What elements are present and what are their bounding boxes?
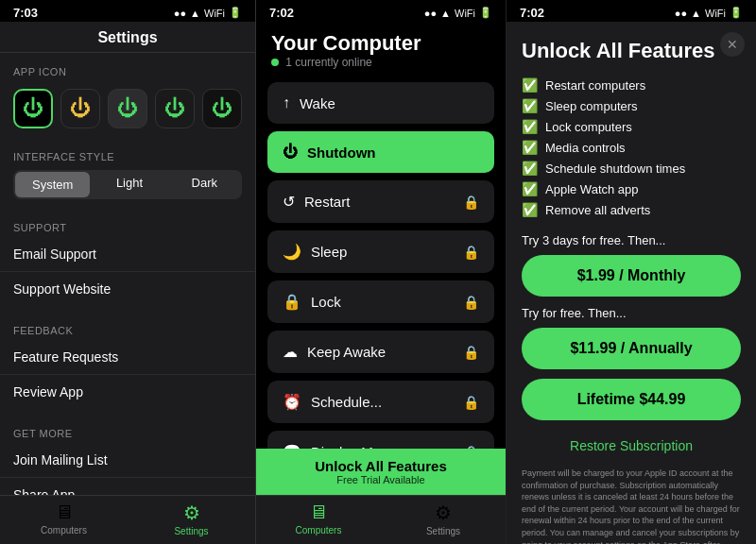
tab-settings-1[interactable]: ⚙ Settings	[128, 502, 255, 536]
settings-tab-bar: 🖥 Computers ⚙ Settings	[0, 495, 255, 544]
shutdown-label: Shutdown	[307, 144, 375, 161]
annually-price-label: $11.99 / Annually	[570, 340, 692, 356]
tab-computers-label-2: Computers	[296, 525, 342, 536]
feature-sleep: ✅ Sleep computers	[522, 95, 741, 116]
status-bar-1: 7:03 ●● ▲ WiFi 🔋	[0, 0, 255, 22]
feature-media-label: Media controls	[545, 141, 626, 155]
wake-label: Wake	[300, 95, 335, 111]
settings-panel: 7:03 ●● ▲ WiFi 🔋 Settings APP ICON ⏻ ⏻ ⏻…	[0, 0, 256, 544]
feature-media: ✅ Media controls	[522, 137, 741, 158]
check-icon-1: ✅	[522, 77, 538, 93]
interface-style-label: INTERFACE STYLE	[0, 138, 255, 166]
style-system[interactable]: System	[15, 172, 90, 197]
tab-computers-1[interactable]: 🖥 Computers	[0, 502, 128, 536]
status-icons-1: ●● ▲ WiFi 🔋	[174, 7, 242, 19]
unlock-content: Unlock All Features ✅ Restart computers …	[507, 22, 756, 544]
annually-price-button[interactable]: $11.99 / Annually	[522, 328, 741, 369]
tab-computers-label-1: Computers	[41, 525, 87, 536]
support-section-label: SUPPORT	[0, 209, 255, 237]
computer-title: Your Computer	[271, 31, 490, 56]
unlock-title: Unlock All Features	[522, 39, 741, 63]
sleep-button[interactable]: 🌙 Sleep 🔒	[267, 230, 494, 273]
status-icons-2: ●● ▲ WiFi 🔋	[424, 7, 492, 19]
share-app-item[interactable]: Share App	[0, 478, 255, 495]
restart-button[interactable]: ↺ Restart 🔒	[267, 180, 494, 223]
tab-settings-label-1: Settings	[174, 526, 208, 536]
wake-icon: ↑	[283, 94, 290, 111]
try-label-1: Try 3 days for free. Then...	[522, 233, 741, 247]
monthly-price-button[interactable]: $1.99 / Monthly	[522, 255, 741, 297]
status-bar-3: 7:02 ●● ▲ WiFi 🔋	[507, 0, 756, 22]
computer-subtitle: 1 currently online	[271, 56, 490, 69]
tab-computers-2[interactable]: 🖥 Computers	[256, 502, 381, 536]
display-message-button[interactable]: 💬 Display Message... 🔒	[267, 431, 494, 449]
monthly-price-label: $1.99 / Monthly	[577, 267, 686, 283]
review-app-label: Review App	[13, 384, 83, 400]
computer-tab-bar: 🖥 Computers ⚙ Settings	[256, 495, 506, 544]
tab-settings-2[interactable]: ⚙ Settings	[381, 502, 506, 536]
try-label-2: Try for free. Then...	[522, 306, 741, 320]
app-icon-1[interactable]: ⏻	[13, 89, 53, 128]
support-list: Email Support Support Website	[0, 237, 255, 306]
feature-restart-label: Restart computers	[545, 78, 645, 93]
interface-style-selector: System Light Dark	[13, 170, 242, 199]
restore-label: Restore Subscription	[570, 438, 693, 453]
lock-icon: 🔒	[283, 293, 301, 311]
feature-sleep-label: Sleep computers	[545, 99, 638, 113]
schedule-lock-icon: 🔒	[463, 395, 479, 410]
restore-button[interactable]: Restore Subscription	[522, 430, 741, 462]
support-website-label: Support Website	[13, 281, 111, 297]
keep-awake-lock-icon: 🔒	[463, 345, 479, 360]
settings-icon-2: ⚙	[435, 502, 452, 524]
feature-schedule: ✅ Schedule shutdown times	[522, 158, 741, 178]
feedback-section-label: FEEDBACK	[0, 312, 255, 340]
computer-panel: 7:02 ●● ▲ WiFi 🔋 Your Computer 1 current…	[256, 0, 507, 544]
email-support-label: Email Support	[13, 246, 96, 262]
feedback-list: Feature Requests Review App	[0, 340, 255, 409]
keep-awake-button[interactable]: ☁ Keep Awake 🔒	[267, 331, 494, 373]
close-icon: ✕	[727, 37, 738, 52]
app-icons-row: ⏻ ⏻ ⏻ ⏻ ⏻	[0, 81, 255, 138]
feature-lock: ✅ Lock computers	[522, 116, 741, 137]
shutdown-button[interactable]: ⏻ Shutdown	[267, 131, 494, 173]
lock-label: Lock	[311, 294, 341, 310]
app-icon-4[interactable]: ⏻	[155, 89, 195, 128]
email-support-item[interactable]: Email Support	[0, 237, 255, 272]
feature-requests-item[interactable]: Feature Requests	[0, 340, 255, 375]
schedule-button[interactable]: ⏰ Schedule... 🔒	[267, 381, 494, 423]
style-light[interactable]: Light	[92, 170, 166, 199]
wake-button[interactable]: ↑ Wake	[267, 82, 494, 124]
feature-adverts: ✅ Remove all adverts	[522, 199, 741, 220]
style-dark[interactable]: Dark	[167, 170, 242, 199]
feature-lock-label: Lock computers	[545, 120, 632, 134]
lifetime-price-label: Lifetime $44.99	[577, 391, 686, 407]
app-icon-3[interactable]: ⏻	[108, 89, 147, 128]
check-icon-5: ✅	[522, 161, 538, 176]
join-mailing-item[interactable]: Join Mailing List	[0, 443, 255, 478]
payment-note: Payment will be charged to your Apple ID…	[522, 468, 741, 544]
lifetime-price-button[interactable]: Lifetime $44.99	[522, 379, 741, 420]
settings-title: Settings	[97, 29, 157, 45]
unlock-banner-subtitle: Free Trial Available	[266, 474, 496, 485]
unlock-banner-title: Unlock All Features	[266, 458, 496, 474]
close-button[interactable]: ✕	[720, 32, 745, 57]
computer-controls-list: ↑ Wake ⏻ Shutdown ↺ Restart 🔒 🌙 Sleep	[256, 75, 506, 449]
lock-button[interactable]: 🔒 Lock 🔒	[267, 280, 494, 323]
app-icon-5[interactable]: ⏻	[202, 89, 242, 128]
lock-lock-icon: 🔒	[463, 295, 479, 310]
review-app-item[interactable]: Review App	[0, 375, 255, 409]
computers-icon-2: 🖥	[309, 502, 328, 523]
get-more-section-label: GET MORE	[0, 415, 255, 443]
unlock-banner[interactable]: Unlock All Features Free Trial Available	[256, 449, 506, 495]
support-website-item[interactable]: Support Website	[0, 272, 255, 306]
app-icon-2[interactable]: ⏻	[60, 89, 100, 128]
join-mailing-label: Join Mailing List	[13, 452, 108, 468]
feature-adverts-label: Remove all adverts	[545, 203, 650, 217]
feature-schedule-label: Schedule shutdown times	[545, 162, 685, 176]
sleep-label: Sleep	[311, 244, 347, 260]
check-icon-4: ✅	[522, 140, 538, 155]
check-icon-3: ✅	[522, 119, 538, 134]
time-2: 7:02	[269, 6, 294, 20]
share-app-label: Share App	[13, 487, 75, 495]
unlock-panel: 7:02 ●● ▲ WiFi 🔋 ✕ Unlock All Features ✅…	[507, 0, 756, 544]
